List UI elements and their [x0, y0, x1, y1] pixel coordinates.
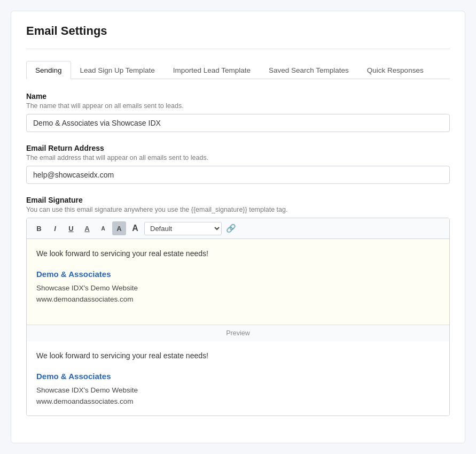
small-a-button[interactable]: A: [96, 221, 110, 235]
tab-sending[interactable]: Sending: [26, 61, 71, 79]
preview-section: Preview We look forward to servicing you…: [27, 325, 449, 415]
editor-content[interactable]: We look forward to servicing your real e…: [27, 239, 449, 325]
bold-button[interactable]: B: [32, 221, 46, 235]
italic-button[interactable]: I: [48, 221, 62, 235]
editor-wrapper: B I U A A A A Default Arial Georgia Time…: [26, 218, 450, 416]
editor-line2: www.demoandassociates.com: [36, 294, 440, 305]
tab-quick-responses[interactable]: Quick Responses: [358, 61, 433, 79]
preview-company-name: Demo & Associates: [36, 370, 440, 383]
editor-intro-text: We look forward to servicing your real e…: [36, 248, 440, 259]
editor-toolbar: B I U A A A A Default Arial Georgia Time…: [27, 218, 449, 239]
tab-imported-lead[interactable]: Imported Lead Template: [164, 61, 260, 79]
preview-intro-text: We look forward to servicing your real e…: [36, 350, 440, 361]
email-return-input[interactable]: [26, 166, 450, 184]
preview-line2: www.demoandassociates.com: [36, 396, 440, 407]
underline-button[interactable]: U: [64, 221, 78, 235]
signature-section: Email Signature You can use this email s…: [26, 196, 450, 416]
email-return-section: Email Return Address The email address t…: [26, 144, 450, 184]
preview-content: We look forward to servicing your real e…: [27, 341, 449, 415]
editor-company-name: Demo & Associates: [36, 268, 440, 281]
signature-label: Email Signature: [26, 196, 450, 204]
tab-saved-search[interactable]: Saved Search Templates: [260, 61, 358, 79]
highlight-a-button[interactable]: A: [112, 221, 126, 235]
tabs-bar: Sending Lead Sign Up Template Imported L…: [26, 61, 450, 79]
link-button[interactable]: 🔗: [224, 221, 238, 235]
email-return-label: Email Return Address: [26, 144, 450, 152]
name-label: Name: [26, 92, 450, 101]
font-select[interactable]: Default Arial Georgia Times New Roman Ve…: [144, 222, 222, 235]
tab-lead-signup[interactable]: Lead Sign Up Template: [71, 61, 164, 79]
preview-label: Preview: [27, 325, 449, 341]
large-a-button[interactable]: A: [128, 221, 142, 235]
name-field-section: Name The name that will appear on all em…: [26, 92, 450, 132]
email-return-hint: The email address that will appear on al…: [26, 154, 450, 161]
name-input[interactable]: [26, 114, 450, 132]
editor-line1: Showcase IDX's Demo Website: [36, 283, 440, 294]
page-title: Email Settings: [26, 24, 450, 38]
signature-hint: You can use this email signature anywher…: [26, 206, 450, 213]
color-a-button[interactable]: A: [80, 221, 94, 235]
preview-line1: Showcase IDX's Demo Website: [36, 385, 440, 396]
name-hint: The name that will appear on all emails …: [26, 102, 450, 110]
